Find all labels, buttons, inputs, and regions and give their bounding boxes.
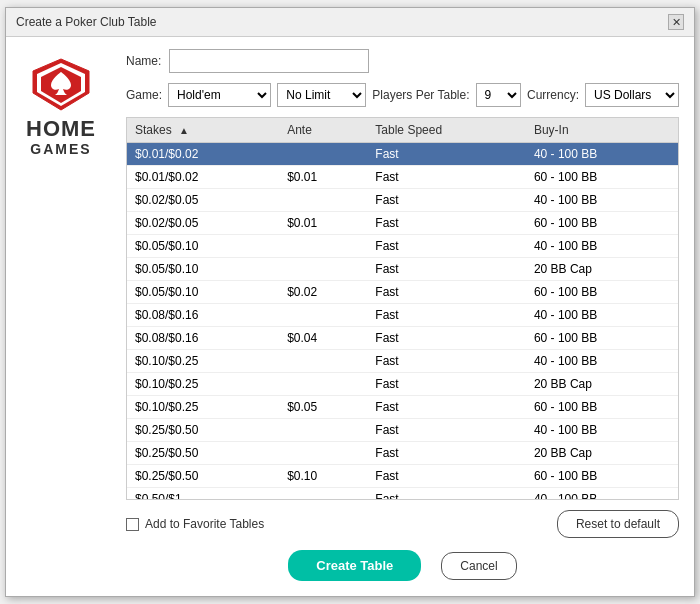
name-label: Name:: [126, 54, 161, 68]
cell-speed: Fast: [367, 212, 526, 235]
players-select[interactable]: 2 3 4 5 6 7 8 9: [476, 83, 521, 107]
cell-stakes: $0.05/$0.10: [127, 258, 279, 281]
cell-buyin: 40 - 100 BB: [526, 143, 678, 166]
cell-ante: [279, 304, 367, 327]
table-row[interactable]: $0.05/$0.10Fast20 BB Cap: [127, 258, 678, 281]
cell-speed: Fast: [367, 373, 526, 396]
name-row: Name:: [126, 49, 679, 73]
table-row[interactable]: $0.02/$0.05Fast40 - 100 BB: [127, 189, 678, 212]
cell-speed: Fast: [367, 465, 526, 488]
cell-stakes: $0.50/$1: [127, 488, 279, 501]
cell-ante: [279, 350, 367, 373]
table-row[interactable]: $0.50/$1Fast40 - 100 BB: [127, 488, 678, 501]
col-ante[interactable]: Ante: [279, 118, 367, 143]
cell-ante: $0.02: [279, 281, 367, 304]
right-panel: Name: Game: Hold'em Omaha Omaha Hi/Lo 7 …: [116, 37, 694, 596]
limit-select[interactable]: No Limit Pot Limit Fixed Limit: [277, 83, 366, 107]
sort-arrow-stakes: ▲: [179, 125, 189, 136]
cell-ante: [279, 488, 367, 501]
cell-stakes: $0.10/$0.25: [127, 396, 279, 419]
cell-stakes: $0.25/$0.50: [127, 442, 279, 465]
table-row[interactable]: $0.10/$0.25$0.05Fast60 - 100 BB: [127, 396, 678, 419]
table-row[interactable]: $0.08/$0.16Fast40 - 100 BB: [127, 304, 678, 327]
action-buttons: Create Table Cancel: [126, 550, 679, 581]
cell-ante: $0.05: [279, 396, 367, 419]
home-games-label: HOME GAMES: [26, 117, 96, 157]
pokerstars-logo: [31, 57, 91, 112]
stakes-table-container[interactable]: Stakes ▲ Ante Table Speed Buy-In $0.01/$…: [126, 117, 679, 500]
cell-speed: Fast: [367, 396, 526, 419]
table-row[interactable]: $0.10/$0.25Fast20 BB Cap: [127, 373, 678, 396]
cell-stakes: $0.25/$0.50: [127, 419, 279, 442]
cell-speed: Fast: [367, 419, 526, 442]
close-button[interactable]: ✕: [668, 14, 684, 30]
cell-buyin: 20 BB Cap: [526, 258, 678, 281]
table-row[interactable]: $0.02/$0.05$0.01Fast60 - 100 BB: [127, 212, 678, 235]
cell-ante: [279, 442, 367, 465]
cell-ante: [279, 419, 367, 442]
table-row[interactable]: $0.01/$0.02$0.01Fast60 - 100 BB: [127, 166, 678, 189]
cell-speed: Fast: [367, 166, 526, 189]
cell-stakes: $0.10/$0.25: [127, 350, 279, 373]
table-row[interactable]: $0.10/$0.25Fast40 - 100 BB: [127, 350, 678, 373]
cell-ante: [279, 235, 367, 258]
cell-speed: Fast: [367, 235, 526, 258]
cell-buyin: 60 - 100 BB: [526, 281, 678, 304]
currency-select[interactable]: US Dollars Play Money: [585, 83, 679, 107]
table-row[interactable]: $0.25/$0.50Fast40 - 100 BB: [127, 419, 678, 442]
table-row[interactable]: $0.08/$0.16$0.04Fast60 - 100 BB: [127, 327, 678, 350]
create-table-button[interactable]: Create Table: [288, 550, 421, 581]
col-stakes[interactable]: Stakes ▲: [127, 118, 279, 143]
col-speed[interactable]: Table Speed: [367, 118, 526, 143]
reset-button[interactable]: Reset to default: [557, 510, 679, 538]
currency-label: Currency:: [527, 88, 579, 102]
cell-stakes: $0.05/$0.10: [127, 281, 279, 304]
cell-speed: Fast: [367, 350, 526, 373]
cell-stakes: $0.02/$0.05: [127, 212, 279, 235]
cell-ante: $0.10: [279, 465, 367, 488]
cell-stakes: $0.02/$0.05: [127, 189, 279, 212]
cell-ante: [279, 258, 367, 281]
cell-stakes: $0.25/$0.50: [127, 465, 279, 488]
table-row[interactable]: $0.01/$0.02Fast40 - 100 BB: [127, 143, 678, 166]
table-row[interactable]: $0.25/$0.50Fast20 BB Cap: [127, 442, 678, 465]
game-label: Game:: [126, 88, 162, 102]
cell-buyin: 60 - 100 BB: [526, 212, 678, 235]
cell-ante: $0.01: [279, 212, 367, 235]
cell-buyin: 20 BB Cap: [526, 373, 678, 396]
cell-ante: $0.04: [279, 327, 367, 350]
cell-speed: Fast: [367, 488, 526, 501]
players-label: Players Per Table:: [372, 88, 469, 102]
favorite-checkbox[interactable]: [126, 518, 139, 531]
cell-ante: [279, 143, 367, 166]
cell-speed: Fast: [367, 281, 526, 304]
cell-buyin: 60 - 100 BB: [526, 327, 678, 350]
cell-buyin: 40 - 100 BB: [526, 304, 678, 327]
title-bar: Create a Poker Club Table ✕: [6, 8, 694, 37]
col-buyin[interactable]: Buy-In: [526, 118, 678, 143]
cell-stakes: $0.01/$0.02: [127, 166, 279, 189]
cell-buyin: 40 - 100 BB: [526, 488, 678, 501]
cancel-button[interactable]: Cancel: [441, 552, 516, 580]
cell-stakes: $0.08/$0.16: [127, 304, 279, 327]
footer: Add to Favorite Tables Reset to default …: [126, 500, 679, 586]
cell-speed: Fast: [367, 143, 526, 166]
create-table-dialog: Create a Poker Club Table ✕ HOME GAMES: [5, 7, 695, 597]
cell-buyin: 40 - 100 BB: [526, 235, 678, 258]
table-row[interactable]: $0.05/$0.10Fast40 - 100 BB: [127, 235, 678, 258]
cell-buyin: 60 - 100 BB: [526, 396, 678, 419]
cell-ante: $0.01: [279, 166, 367, 189]
game-select[interactable]: Hold'em Omaha Omaha Hi/Lo 7 Card Stud: [168, 83, 271, 107]
cell-buyin: 60 - 100 BB: [526, 465, 678, 488]
cell-stakes: $0.10/$0.25: [127, 373, 279, 396]
table-row[interactable]: $0.05/$0.10$0.02Fast60 - 100 BB: [127, 281, 678, 304]
cell-speed: Fast: [367, 304, 526, 327]
cell-speed: Fast: [367, 327, 526, 350]
dialog-body: HOME GAMES Name: Game: Hold'em Omaha Oma…: [6, 37, 694, 596]
name-input[interactable]: [169, 49, 369, 73]
cell-speed: Fast: [367, 442, 526, 465]
cell-speed: Fast: [367, 258, 526, 281]
logo-panel: HOME GAMES: [6, 37, 116, 596]
table-row[interactable]: $0.25/$0.50$0.10Fast60 - 100 BB: [127, 465, 678, 488]
cell-stakes: $0.08/$0.16: [127, 327, 279, 350]
